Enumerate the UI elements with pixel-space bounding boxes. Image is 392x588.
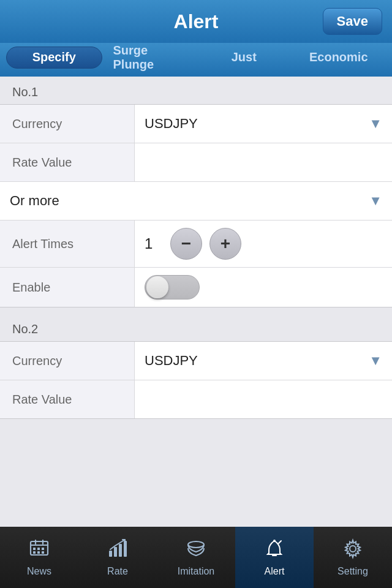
- svg-rect-11: [114, 547, 117, 557]
- rate-value1-label: Rate Value: [0, 143, 135, 181]
- svg-rect-3: [37, 548, 40, 550]
- enable1-toggle-knob: [146, 276, 168, 298]
- rate-value2-row: Rate Value: [0, 380, 392, 418]
- rate-icon: [107, 538, 128, 564]
- currency1-label: Currency: [0, 105, 135, 143]
- section-no1-card: Currency USDJPY ▼ Rate Value Or more ▼ A…: [0, 104, 392, 307]
- setting-icon: [342, 538, 363, 564]
- enable1-value: [135, 268, 392, 307]
- condition1-row: Or more ▼: [0, 182, 392, 221]
- currency2-label: Currency: [0, 342, 135, 380]
- rate-value2-label: Rate Value: [0, 380, 135, 418]
- svg-rect-4: [42, 548, 44, 550]
- svg-rect-12: [119, 544, 122, 557]
- alert-times1-value: 1 − +: [135, 221, 392, 267]
- nav-imitation[interactable]: Imitation: [157, 527, 235, 588]
- enable1-row: Enable: [0, 268, 392, 307]
- section-no2-card: Currency USDJPY ▼ Rate Value: [0, 341, 392, 419]
- svg-rect-5: [33, 551, 36, 554]
- condition1-dropdown[interactable]: Or more ▼: [0, 182, 392, 220]
- tab-bar: Specify Surge Plunge Just Economic: [0, 43, 392, 77]
- svg-point-14: [188, 541, 204, 548]
- rate-value1-row: Rate Value: [0, 143, 392, 182]
- nav-rate-label: Rate: [107, 566, 128, 577]
- alert-times1-decrement[interactable]: −: [170, 228, 202, 260]
- currency2-dropdown-arrow: ▼: [369, 353, 382, 369]
- svg-rect-7: [42, 551, 44, 554]
- header: Alert Save: [0, 0, 392, 43]
- nav-imitation-label: Imitation: [178, 566, 214, 577]
- currency2-dropdown[interactable]: USDJPY ▼: [135, 342, 392, 380]
- rate-value1-input[interactable]: [135, 143, 392, 181]
- alert-icon: [264, 538, 285, 564]
- currency1-dropdown-arrow: ▼: [369, 116, 382, 132]
- svg-point-16: [273, 540, 276, 542]
- enable1-toggle[interactable]: [145, 275, 200, 300]
- nav-rate[interactable]: Rate: [78, 527, 157, 588]
- news-icon: [29, 538, 50, 564]
- section-no1-label: No.1: [0, 77, 392, 104]
- currency1-dropdown[interactable]: USDJPY ▼: [135, 105, 392, 143]
- currency1-row: Currency USDJPY ▼: [0, 105, 392, 143]
- nav-alert-label: Alert: [265, 566, 285, 577]
- condition1-dropdown-arrow: ▼: [369, 193, 382, 209]
- alert-times1-label: Alert Times: [0, 221, 135, 267]
- tab-specify[interactable]: Specify: [6, 47, 102, 69]
- content-area: No.1 Currency USDJPY ▼ Rate Value Or mor…: [0, 77, 392, 588]
- svg-rect-6: [37, 551, 40, 554]
- page-title: Alert: [174, 10, 219, 33]
- currency2-row: Currency USDJPY ▼: [0, 342, 392, 380]
- svg-rect-2: [33, 548, 36, 550]
- alert-times1-increment[interactable]: +: [209, 228, 241, 260]
- svg-point-18: [350, 546, 356, 552]
- tab-surge-plunge[interactable]: Surge Plunge: [102, 47, 197, 69]
- tab-economic[interactable]: Economic: [292, 47, 386, 69]
- nav-alert[interactable]: Alert: [235, 527, 314, 588]
- imitation-icon: [186, 538, 206, 564]
- enable1-label: Enable: [0, 268, 135, 307]
- nav-news[interactable]: News: [0, 527, 78, 588]
- svg-rect-10: [109, 551, 112, 557]
- nav-news-label: News: [27, 566, 51, 577]
- tab-just[interactable]: Just: [197, 47, 292, 69]
- nav-setting-label: Setting: [337, 566, 368, 577]
- section-no2-label: No.2: [0, 314, 392, 341]
- svg-line-17: [279, 541, 281, 543]
- svg-rect-13: [124, 541, 127, 557]
- nav-setting[interactable]: Setting: [314, 527, 392, 588]
- bottom-nav: News Rate Imitation: [0, 527, 392, 588]
- alert-times1-row: Alert Times 1 − +: [0, 221, 392, 268]
- save-button[interactable]: Save: [323, 8, 382, 35]
- rate-value2-input[interactable]: [135, 380, 392, 418]
